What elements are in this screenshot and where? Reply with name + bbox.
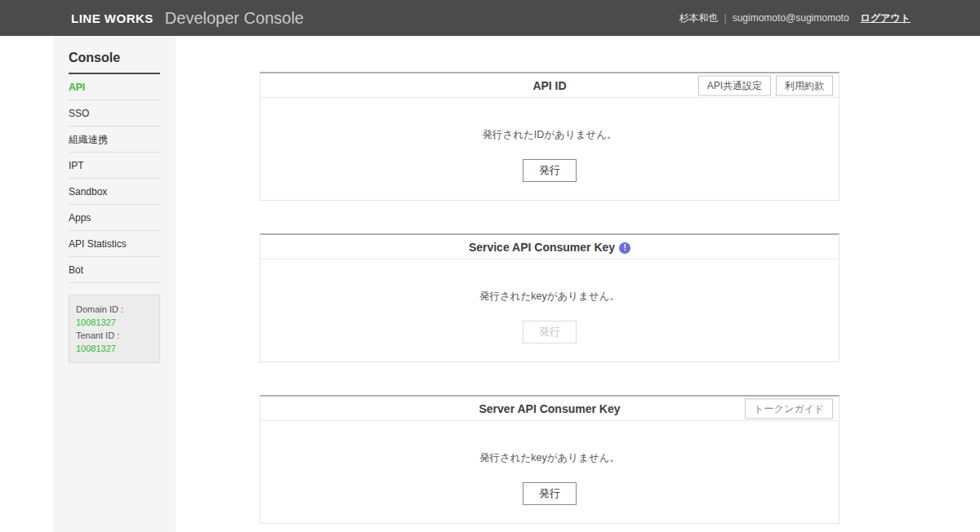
- panel-server-key-header-buttons: トークンガイド: [745, 398, 833, 419]
- domain-info-box: Domain ID : 10081327 Tenant ID : 1008132…: [69, 295, 160, 363]
- token-guide-button[interactable]: トークンガイド: [745, 398, 833, 419]
- user-name: 杉本和也: [679, 11, 719, 25]
- terms-of-use-button[interactable]: 利用約款: [776, 75, 833, 95]
- server-key-empty-message: 発行されたkeyがありません。: [261, 451, 839, 465]
- tenant-id-value: 10081327: [76, 342, 153, 355]
- server-key-issue-button[interactable]: 発行: [523, 482, 577, 505]
- panel-api-id-header: API ID API共通設定 利用約款: [261, 73, 839, 98]
- panel-server-api-consumer-key: Server API Consumer Key トークンガイド 発行されたkey…: [260, 395, 840, 524]
- domain-id-value: 10081327: [76, 316, 153, 329]
- line-works-logo: LINE WORKS: [71, 11, 154, 25]
- user-separator: |: [724, 12, 727, 24]
- panel-server-key-header: Server API Consumer Key トークンガイド: [261, 397, 839, 421]
- service-key-empty-message: 発行されたkeyがありません。: [261, 290, 839, 304]
- panel-api-id-header-buttons: API共通設定 利用約款: [698, 75, 833, 95]
- sidebar-item-sandbox[interactable]: Sandbox: [69, 179, 160, 205]
- sidebar-item-org-link[interactable]: 組織連携: [69, 126, 160, 153]
- sidebar-menu: API SSO 組織連携 IPT Sandbox Apps API Statis…: [69, 74, 160, 283]
- app-header: LINE WORKS Developer Console 杉本和也 | sugi…: [0, 0, 980, 36]
- logout-link[interactable]: ログアウト: [861, 11, 911, 25]
- service-key-issue-button[interactable]: 発行: [523, 321, 577, 344]
- sidebar: Console API SSO 組織連携 IPT Sandbox Apps AP…: [53, 36, 176, 532]
- panel-service-key-header: Service API Consumer Key!: [261, 235, 839, 259]
- sidebar-item-bot[interactable]: Bot: [69, 257, 160, 283]
- panel-service-key-body: 発行されたkeyがありません。 発行: [261, 259, 839, 361]
- api-id-issue-button[interactable]: 発行: [523, 159, 577, 182]
- tenant-id-label: Tenant ID :: [76, 329, 153, 342]
- page-title: Developer Console: [165, 9, 304, 28]
- main-content: API ID API共通設定 利用約款 発行されたIDがありません。 発行 Se…: [176, 36, 980, 524]
- user-area: 杉本和也 | sugimomoto@sugimomoto ログアウト: [679, 11, 911, 25]
- service-key-title-text: Service API Consumer Key: [469, 241, 615, 254]
- sidebar-heading: Console: [69, 51, 160, 74]
- api-id-empty-message: 発行されたIDがありません。: [261, 128, 839, 142]
- domain-id-label: Domain ID :: [76, 303, 153, 316]
- user-email: sugimomoto@sugimomoto: [733, 12, 849, 24]
- sidebar-item-apps[interactable]: Apps: [69, 205, 160, 231]
- panel-api-id: API ID API共通設定 利用約款 発行されたIDがありません。 発行: [260, 72, 840, 201]
- api-common-settings-button[interactable]: API共通設定: [698, 75, 771, 95]
- panel-server-key-body: 発行されたkeyがありません。 発行: [261, 421, 839, 523]
- sidebar-item-api[interactable]: API: [69, 74, 160, 100]
- info-icon[interactable]: !: [619, 242, 630, 254]
- sidebar-item-ipt[interactable]: IPT: [69, 153, 160, 179]
- panel-api-id-body: 発行されたIDがありません。 発行: [261, 98, 839, 200]
- panel-service-key-title: Service API Consumer Key!: [261, 235, 839, 259]
- panel-service-api-consumer-key: Service API Consumer Key! 発行されたkeyがありません…: [260, 233, 840, 362]
- sidebar-item-api-statistics[interactable]: API Statistics: [69, 231, 160, 257]
- sidebar-item-sso[interactable]: SSO: [69, 100, 160, 126]
